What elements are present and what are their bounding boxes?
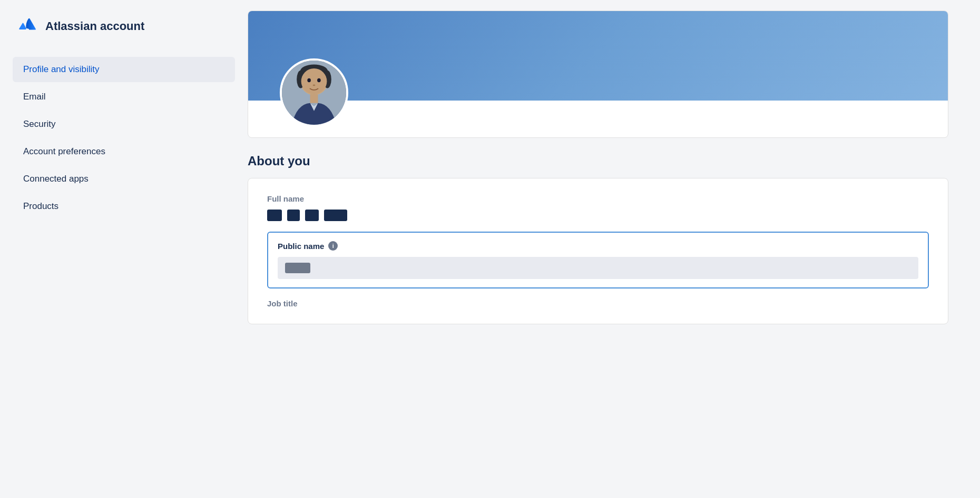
info-icon[interactable]: i [328, 241, 338, 251]
public-name-box[interactable]: Public name i [267, 232, 929, 288]
avatar-image [282, 61, 346, 125]
profile-banner [248, 11, 948, 101]
sidebar-header: Atlassian account [0, 0, 248, 57]
avatar-container [280, 58, 348, 127]
job-title-label: Job title [267, 299, 929, 308]
public-name-label: Public name [278, 242, 324, 251]
svg-point-9 [313, 85, 316, 86]
profile-spacer [248, 101, 948, 137]
public-name-value-redacted [285, 263, 310, 273]
app-title: Atlassian account [45, 19, 144, 33]
sidebar-item-products[interactable]: Products [13, 194, 235, 219]
full-name-redacted [267, 210, 929, 221]
sidebar-item-connected-apps[interactable]: Connected apps [13, 166, 235, 192]
svg-point-7 [307, 78, 311, 83]
sidebar-item-account-preferences[interactable]: Account preferences [13, 139, 235, 164]
full-name-label: Full name [267, 194, 929, 203]
about-card: Full name Public name i Job title [248, 178, 948, 324]
sidebar-item-profile[interactable]: Profile and visibility [13, 57, 235, 82]
redacted-block-3 [305, 210, 319, 221]
redacted-block-4 [324, 210, 347, 221]
public-name-label-row: Public name i [278, 241, 918, 251]
atlassian-logo-icon [19, 17, 38, 36]
sidebar-item-security[interactable]: Security [13, 112, 235, 137]
avatar[interactable] [280, 58, 348, 127]
public-name-input[interactable] [278, 257, 918, 279]
svg-point-8 [317, 78, 321, 83]
sidebar-item-email[interactable]: Email [13, 84, 235, 109]
main-content: About you Full name Public name i [248, 0, 980, 498]
about-section: About you Full name Public name i [248, 154, 948, 324]
sidebar-nav: Profile and visibility Email Security Ac… [0, 57, 248, 221]
profile-card [248, 11, 948, 138]
svg-rect-10 [310, 94, 318, 103]
sidebar: Atlassian account Profile and visibility… [0, 0, 248, 498]
redacted-block-1 [267, 210, 282, 221]
about-you-title: About you [248, 154, 948, 168]
redacted-block-2 [287, 210, 300, 221]
